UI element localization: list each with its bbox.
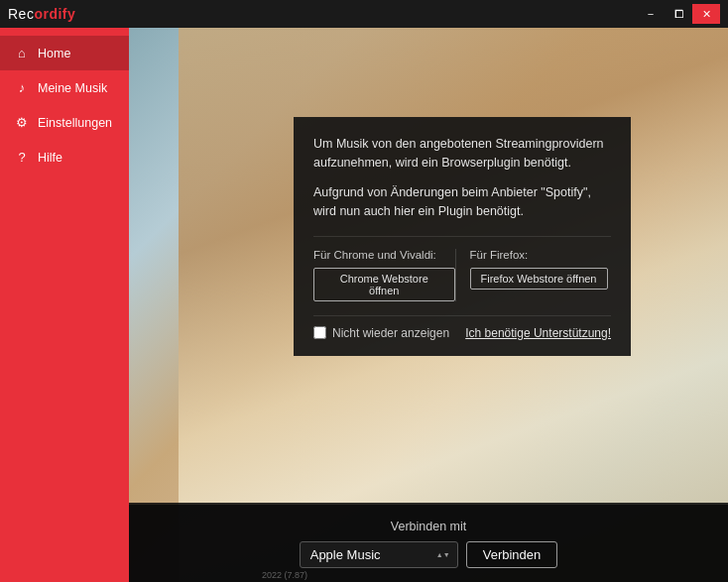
dialog-body: Um Musik von den angebotenen Streamingpr… bbox=[313, 135, 611, 222]
sidebar-item-home[interactable]: ⌂ Home bbox=[0, 36, 129, 70]
connect-controls: Apple Music Spotify Deezer Tidal Verbind… bbox=[300, 541, 558, 568]
home-icon: ⌂ bbox=[14, 46, 30, 60]
help-icon: ? bbox=[14, 150, 30, 165]
content-area: Um Musik von den angebotenen Streamingpr… bbox=[129, 28, 728, 582]
window-controls: − ⧠ ✕ bbox=[637, 4, 720, 24]
app-body: ⌂ Home ♪ Meine Musik ⚙ Einstellungen ? H… bbox=[0, 28, 728, 582]
sidebar-item-help[interactable]: ? Hilfe bbox=[0, 140, 129, 175]
service-select-wrapper: Apple Music Spotify Deezer Tidal bbox=[300, 541, 458, 568]
firefox-label: Für Firefox: bbox=[470, 249, 612, 261]
sidebar-label-help: Hilfe bbox=[38, 151, 62, 165]
connect-bar: Verbinden mit Apple Music Spotify Deezer… bbox=[129, 505, 728, 582]
settings-icon: ⚙ bbox=[14, 115, 30, 130]
dialog-text-2: Aufgrund von Änderungen beim Anbieter "S… bbox=[313, 183, 611, 222]
sidebar-item-music[interactable]: ♪ Meine Musik bbox=[0, 70, 129, 105]
support-link[interactable]: Ich benötige Unterstützung! bbox=[465, 326, 611, 340]
sidebar: ⌂ Home ♪ Meine Musik ⚙ Einstellungen ? H… bbox=[0, 28, 129, 582]
logo-accent: ordify bbox=[34, 6, 75, 22]
music-icon: ♪ bbox=[14, 80, 30, 95]
version-text: 2022 (7.87) bbox=[262, 570, 307, 580]
dont-show-checkbox-label[interactable]: Nicht wieder anzeigen bbox=[313, 326, 449, 340]
service-select[interactable]: Apple Music Spotify Deezer Tidal bbox=[300, 541, 458, 568]
close-button[interactable]: ✕ bbox=[692, 4, 720, 24]
app-logo: Recordify bbox=[8, 6, 75, 22]
maximize-button[interactable]: ⧠ bbox=[665, 4, 692, 24]
dialog-footer: Nicht wieder anzeigen Ich benötige Unter… bbox=[313, 315, 611, 340]
chrome-column: Für Chrome und Vivaldi: Chrome Webstore … bbox=[313, 249, 455, 301]
firefox-column: Für Firefox: Firefox Webstore öffnen bbox=[455, 249, 612, 301]
chrome-webstore-button[interactable]: Chrome Webstore öffnen bbox=[313, 268, 455, 301]
dont-show-label: Nicht wieder anzeigen bbox=[332, 326, 449, 340]
titlebar: Recordify − ⧠ ✕ bbox=[0, 0, 728, 28]
minimize-button[interactable]: − bbox=[637, 4, 665, 24]
connect-label: Verbinden mit bbox=[391, 520, 466, 533]
sidebar-item-settings[interactable]: ⚙ Einstellungen bbox=[0, 105, 129, 140]
dont-show-checkbox[interactable] bbox=[313, 326, 326, 339]
sidebar-label-home: Home bbox=[38, 47, 70, 60]
sidebar-label-settings: Einstellungen bbox=[38, 116, 112, 130]
dialog-text-1: Um Musik von den angebotenen Streamingpr… bbox=[313, 135, 611, 174]
firefox-webstore-button[interactable]: Firefox Webstore öffnen bbox=[470, 268, 608, 290]
plugin-dialog: Um Musik von den angebotenen Streamingpr… bbox=[294, 117, 631, 356]
browser-section: Für Chrome und Vivaldi: Chrome Webstore … bbox=[313, 236, 611, 301]
sidebar-label-music: Meine Musik bbox=[38, 81, 107, 95]
chrome-label: Für Chrome und Vivaldi: bbox=[313, 249, 455, 261]
connect-button[interactable]: Verbinden bbox=[466, 541, 558, 568]
logo-text: Recordify bbox=[8, 6, 75, 22]
